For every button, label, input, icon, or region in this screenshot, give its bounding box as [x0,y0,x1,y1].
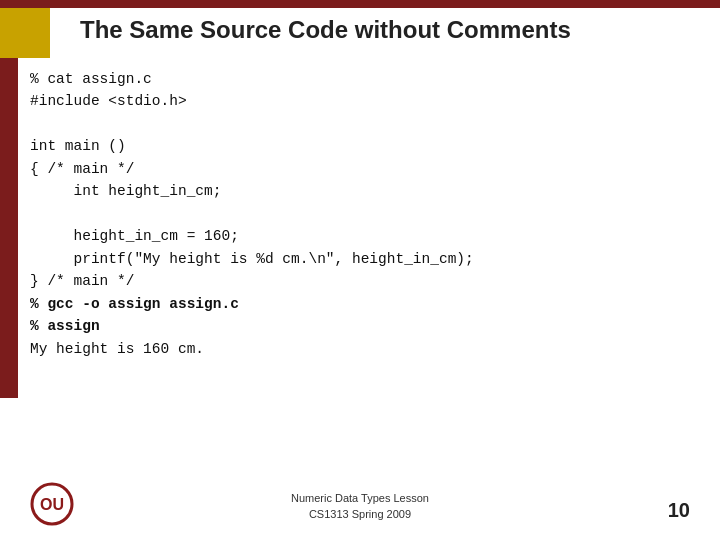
top-accent-bar [0,0,720,8]
code-line-3: int main () [30,135,700,157]
code-line-1: % cat assign.c [30,68,700,90]
footer-text: Numeric Data Types Lesson CS1313 Spring … [291,491,429,522]
code-line-2: #include <stdio.h> [30,90,700,112]
corner-square-gold2 [18,8,50,40]
footer-line2: CS1313 Spring 2009 [291,507,429,522]
code-left-border [0,68,18,398]
page-number: 10 [668,499,690,522]
code-line-11: My height is 160 cm. [30,338,700,360]
code-line-7: printf("My height is %d cm.\n", height_i… [30,248,700,270]
code-line-blank2 [30,203,700,225]
footer-line1: Numeric Data Types Lesson [291,491,429,506]
code-line-9: % gcc -o assign assign.c [30,293,700,315]
code-line-6: height_in_cm = 160; [30,225,700,247]
code-line-4: { /* main */ [30,158,700,180]
code-block: % cat assign.c #include <stdio.h> int ma… [30,68,700,360]
footer: Numeric Data Types Lesson CS1313 Spring … [0,491,720,522]
code-line-blank1 [30,113,700,135]
code-line-10: % assign [30,315,700,337]
slide-title: The Same Source Code without Comments [80,16,571,44]
code-line-5: int height_in_cm; [30,180,700,202]
slide: The Same Source Code without Comments % … [0,0,720,540]
code-line-8: } /* main */ [30,270,700,292]
